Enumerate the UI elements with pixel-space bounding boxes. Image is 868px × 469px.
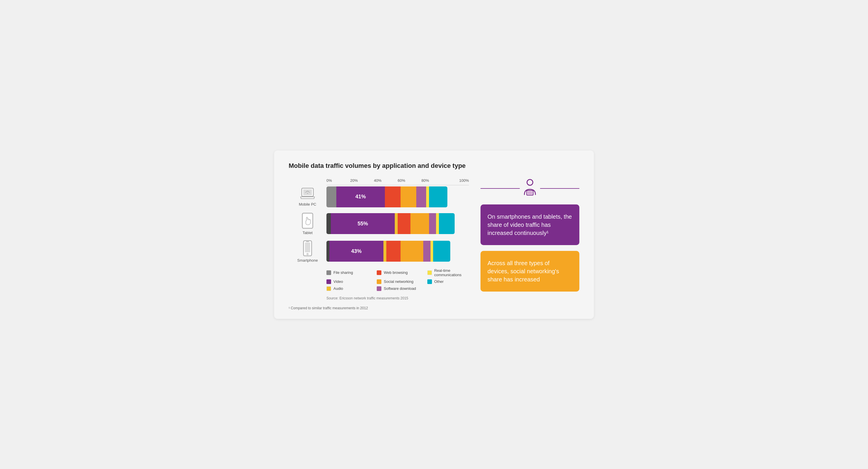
- legend-color-rtc: [427, 270, 432, 275]
- segment-other-sp: [433, 241, 450, 262]
- segment-web-tablet: [398, 213, 410, 234]
- content-area: 0% 20% 40% 60% 80% 100%: [289, 178, 579, 300]
- segment-web-pc: [385, 187, 401, 207]
- bar-tablet: 55%: [327, 213, 469, 234]
- laptop-icon: [300, 187, 316, 200]
- legend-color-video: [327, 279, 331, 284]
- legend-color-software: [377, 286, 381, 291]
- svg-rect-10: [528, 191, 532, 194]
- legend-audio: Audio: [327, 286, 368, 291]
- legend-other: Other: [427, 279, 469, 284]
- legend-label-file-sharing: File sharing: [334, 270, 353, 275]
- source-text: Source: Ericsson network traffic measure…: [327, 296, 469, 300]
- info-box-orange: Across all three types of devices, socia…: [480, 251, 579, 292]
- axis-100: 100%: [445, 178, 469, 183]
- svg-point-8: [527, 179, 533, 185]
- line-right: [540, 188, 579, 189]
- bar-row-tablet: Tablet 55%: [289, 212, 469, 235]
- segment-file-sharing-pc: [327, 187, 336, 207]
- svg-rect-5: [305, 242, 310, 253]
- bar-mobile-pc: 41%: [327, 187, 469, 207]
- legend-color-audio: [327, 286, 331, 291]
- legend-video: Video: [327, 279, 368, 284]
- right-section: On smartphones and tablets, the share of…: [480, 178, 579, 300]
- chart-title: Mobile data traffic volumes by applicati…: [289, 162, 579, 170]
- segment-other-tablet: [439, 213, 455, 234]
- segment-video-tablet: 55%: [331, 213, 395, 234]
- segment-software-tablet: [429, 213, 436, 234]
- person-icon-container: [480, 178, 579, 199]
- legend-rtc: Real-time communications: [427, 268, 469, 277]
- segment-social-tablet: [410, 213, 429, 234]
- legend-software: Software download: [377, 286, 418, 291]
- footnote: ¹ Compared to similar traffic measuremen…: [289, 306, 579, 310]
- legend-label-software: Software download: [384, 286, 416, 291]
- segment-audio-tablet: [395, 213, 398, 234]
- axis-line: [327, 185, 469, 185]
- legend-social: Social networking: [377, 279, 418, 284]
- legend-label-web-browsing: Web browsing: [384, 270, 407, 275]
- legend-label-social: Social networking: [384, 279, 413, 284]
- tablet-label: Tablet: [303, 231, 313, 235]
- axis-0: 0%: [327, 178, 350, 183]
- svg-rect-1: [303, 189, 312, 195]
- segment-social-sp: [401, 241, 423, 262]
- legend-file-sharing: File sharing: [327, 268, 368, 277]
- segment-other-pc: [429, 187, 448, 207]
- axis-40: 40%: [374, 178, 398, 183]
- bar-row-smartphone: Smartphone 43%: [289, 240, 469, 263]
- device-label-smartphone: Smartphone: [289, 240, 327, 263]
- axis-labels: 0% 20% 40% 60% 80% 100%: [327, 178, 469, 183]
- segment-audio-sp: [383, 241, 386, 262]
- device-label-tablet: Tablet: [289, 212, 327, 235]
- bar-row-mobile-pc: Mobile PC 41%: [289, 187, 469, 207]
- chart-section: 0% 20% 40% 60% 80% 100%: [289, 178, 469, 300]
- legend: File sharing Web browsing Real-time comm…: [327, 268, 469, 291]
- segment-social-pc: [401, 187, 416, 207]
- line-left: [480, 188, 520, 189]
- axis-80: 80%: [422, 178, 445, 183]
- info-orange-text: Across all three types of devices, socia…: [488, 260, 559, 282]
- legend-color-web-browsing: [377, 270, 381, 275]
- main-card: Mobile data traffic volumes by applicati…: [274, 150, 594, 319]
- axis-20: 20%: [350, 178, 374, 183]
- legend-color-other: [427, 279, 432, 284]
- segment-video-pc: 41%: [336, 187, 385, 207]
- segment-rtc-pc: [426, 187, 429, 207]
- segment-file-sp: [327, 241, 329, 262]
- legend-label-rtc: Real-time communications: [434, 268, 469, 277]
- segment-software-sp: [423, 241, 431, 262]
- legend-label-video: Video: [334, 279, 343, 284]
- segment-software-pc: [416, 187, 426, 207]
- legend-label-other: Other: [434, 279, 444, 284]
- info-box-purple: On smartphones and tablets, the share of…: [480, 204, 579, 245]
- legend-label-audio: Audio: [334, 286, 343, 291]
- segment-web-sp: [386, 241, 401, 262]
- info-purple-text: On smartphones and tablets, the share of…: [488, 213, 572, 236]
- svg-rect-3: [302, 213, 313, 228]
- legend-color-social: [377, 279, 381, 284]
- phone-icon: [303, 240, 312, 257]
- segment-video-sp: 43%: [329, 241, 383, 262]
- bar-smartphone: 43%: [327, 241, 469, 262]
- device-label-mobile-pc: Mobile PC: [289, 187, 327, 206]
- segment-file-tablet: [327, 213, 331, 234]
- legend-color-file-sharing: [327, 270, 331, 275]
- segment-rtc-tablet: [436, 213, 439, 234]
- mobile-pc-label: Mobile PC: [299, 202, 316, 206]
- person-icon: [520, 178, 540, 199]
- smartphone-label: Smartphone: [298, 258, 318, 263]
- tablet-icon: [301, 212, 314, 229]
- legend-web-browsing: Web browsing: [377, 268, 418, 277]
- axis-60: 60%: [398, 178, 422, 183]
- svg-point-2: [307, 193, 308, 194]
- segment-rtc-sp: [431, 241, 433, 262]
